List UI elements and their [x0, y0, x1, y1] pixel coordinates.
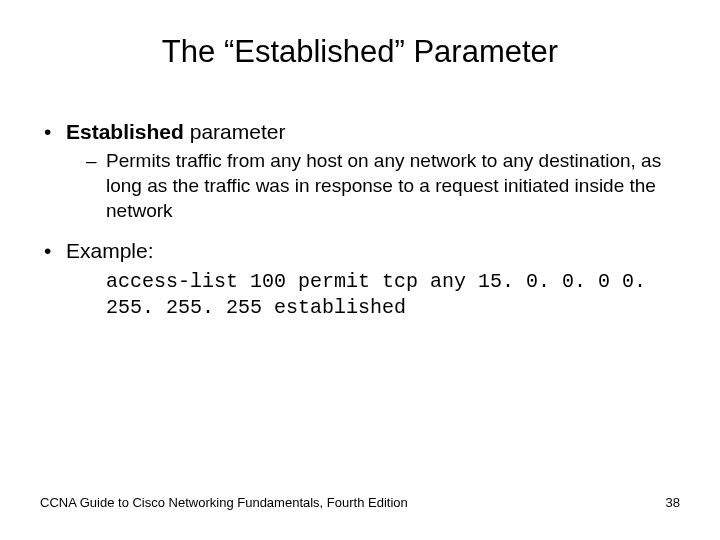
bullet-example-label: Example: [66, 239, 154, 262]
slide-content: Established parameter Permits traffic fr… [40, 118, 680, 321]
slide-footer: CCNA Guide to Cisco Networking Fundament… [40, 495, 680, 510]
bullet-established-desc: Permits traffic from any host on any net… [40, 149, 680, 223]
footer-source: CCNA Guide to Cisco Networking Fundament… [40, 495, 408, 510]
bullet-established: Established parameter [40, 118, 680, 145]
code-example: access-list 100 permit tcp any 15. 0. 0.… [40, 269, 680, 321]
bullet-established-rest: parameter [184, 120, 286, 143]
slide-container: The “Established” Parameter Established … [0, 0, 720, 540]
bullet-example: Example: [40, 237, 680, 264]
bullet-established-bold: Established [66, 120, 184, 143]
slide-title: The “Established” Parameter [40, 34, 680, 70]
page-number: 38 [666, 495, 680, 510]
